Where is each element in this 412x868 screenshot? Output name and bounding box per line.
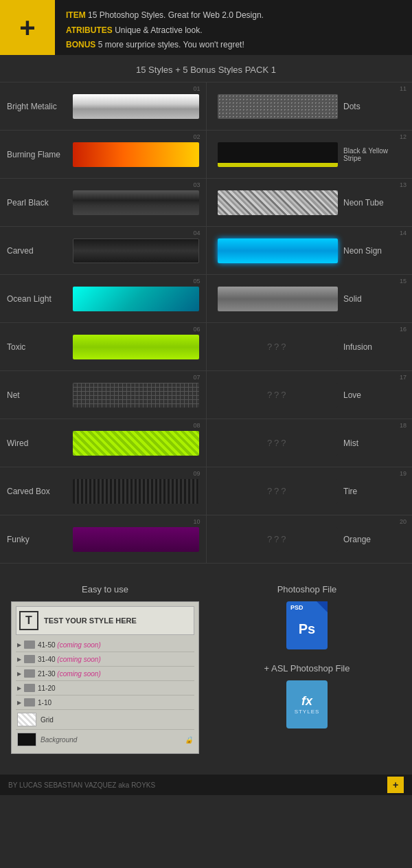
layer-label: 11-20: [38, 685, 56, 692]
cell-number: 10: [193, 518, 200, 525]
cell-number: 04: [193, 230, 200, 236]
style-preview-ocean-light: [73, 287, 199, 311]
cell-number: 09: [193, 470, 200, 477]
folder-icon: [24, 641, 35, 649]
grid-preview: [17, 713, 36, 726]
style-label: Toxic: [7, 342, 69, 352]
style-label: Pearl Black: [7, 198, 69, 208]
style-preview-love: ???: [218, 383, 339, 408]
table-row: 02 Burning Flame 12 Black & Yellow Strip…: [0, 131, 412, 179]
style-cell-infusion: 16 ??? Infusion: [207, 323, 413, 370]
list-item: ▶ 21-30 (coming soon): [16, 667, 194, 681]
style-cell-orange: 20 ??? Orange: [207, 515, 413, 563]
style-preview-carved: [73, 238, 199, 263]
arrow-icon: ▶: [17, 671, 21, 677]
style-cell-tire: 19 ??? Tire: [207, 467, 413, 515]
psd-icon-body: PSD Ps: [286, 601, 328, 649]
bg-label: Background: [41, 736, 77, 744]
folder-icon: [24, 669, 35, 678]
style-preview-black-yellow-stripe: [218, 142, 339, 167]
style-label: Net: [7, 390, 69, 400]
table-row: 06 Toxic 16 ??? Infusion: [0, 323, 412, 371]
cell-number: 06: [193, 326, 200, 333]
lock-icon: 🔒: [185, 736, 193, 744]
style-preview-toxic: [73, 335, 199, 359]
style-preview-pearl-black: [73, 190, 199, 215]
table-row: 09 Carved Box 19 ??? Tire: [0, 467, 412, 515]
style-preview-carved-box: [73, 479, 199, 504]
bottom-section: Easy to use T TEST YOUR STYLE HERE ▶ 41-…: [0, 570, 412, 768]
cell-number: 19: [400, 470, 407, 477]
style-label: Neon Tube: [343, 198, 405, 208]
style-label: Dots: [343, 102, 405, 111]
style-preview-neon-sign: [218, 238, 339, 263]
layers-panel: T TEST YOUR STYLE HERE ▶ 41-50 (coming s…: [11, 601, 199, 754]
item-label: ITEM: [66, 10, 86, 20]
cell-number: 07: [193, 374, 200, 381]
cell-number: 02: [193, 133, 200, 140]
style-label: Burning Flame: [7, 150, 69, 159]
style-label: Ocean Light: [7, 294, 69, 304]
cell-number: 15: [400, 278, 407, 285]
psd-icon: PSD Ps: [286, 601, 328, 649]
style-label: Wired: [7, 438, 69, 448]
style-preview-infusion: ???: [218, 335, 339, 359]
cell-number: 18: [400, 422, 407, 429]
bg-preview: [17, 733, 36, 746]
style-label: Carved: [7, 246, 69, 256]
cell-number: 08: [193, 422, 200, 429]
photoshop-file-title: Photoshop File: [277, 584, 337, 594]
arrow-icon: ▶: [17, 656, 21, 663]
table-row: 03 Pearl Black 13 Neon Tube: [0, 179, 412, 227]
cell-number: 20: [400, 518, 407, 525]
coming-soon-badge: (coming soon): [57, 670, 100, 678]
header: + ITEM 15 Photoshop Styles. Great for We…: [0, 0, 412, 55]
asl-icon-body: fx STYLES: [286, 680, 328, 728]
layer-label: 1-10: [38, 699, 52, 706]
style-cell-pearl-black: 03 Pearl Black: [0, 179, 207, 226]
easy-to-use: Easy to use T TEST YOUR STYLE HERE ▶ 41-…: [11, 584, 199, 754]
style-label: Mist: [343, 438, 405, 448]
list-item: Background 🔒: [16, 730, 194, 749]
layer-label: 21-30: [38, 670, 56, 678]
style-preview-wired: [73, 431, 199, 456]
folder-icon: [24, 698, 35, 706]
table-row: 10 Funky 20 ??? Orange: [0, 515, 412, 564]
style-cell-dots: 11 Dots: [207, 82, 413, 130]
style-label: Neon Sign: [343, 246, 405, 256]
style-preview-net: [73, 383, 199, 408]
style-cell-neon-tube: 13 Neon Tube: [207, 179, 413, 226]
style-label: Love: [343, 390, 405, 400]
list-item: ▶ 11-20: [16, 681, 194, 695]
style-preview-bright-metalic: [73, 94, 199, 119]
layer-label: 41-50: [38, 641, 56, 649]
bonus-label: BONUS: [66, 40, 95, 49]
arrow-icon: ▶: [17, 642, 21, 648]
style-label: Tire: [343, 487, 405, 496]
footer-credit: BY LUCAS SEBASTIAN VAZQUEZ aka ROYKS: [8, 781, 155, 789]
folder-icon: [24, 655, 35, 663]
style-cell-funky: 10 Funky: [0, 515, 207, 563]
style-label: Black & Yellow Stripe: [343, 147, 405, 162]
style-label: Infusion: [343, 342, 405, 352]
table-row: 05 Ocean Light 15 Solid: [0, 275, 412, 323]
style-cell-carved-box: 09 Carved Box: [0, 467, 207, 515]
ps-label: Ps: [299, 621, 315, 637]
style-label: Carved Box: [7, 487, 69, 496]
cell-number: 16: [400, 326, 407, 333]
style-preview-orange: ???: [218, 527, 339, 552]
style-preview-solid: [218, 287, 339, 311]
attr-text: Unique & Atractive look.: [115, 25, 202, 35]
cell-number: 03: [193, 181, 200, 188]
asl-file-title: + ASL Photoshop File: [264, 663, 350, 674]
style-label: Bright Metalic: [7, 102, 69, 111]
style-cell-bright-metalic: 01 Bright Metalic: [0, 82, 207, 130]
table-row: 08 Wired 18 ??? Mist: [0, 419, 412, 467]
style-cell-burning-flame: 02 Burning Flame: [0, 131, 207, 178]
table-row: 01 Bright Metalic 11 Dots: [0, 82, 412, 131]
arrow-icon: ▶: [17, 685, 21, 691]
style-label: Funky: [7, 535, 69, 544]
style-cell-net: 07 Net: [0, 371, 207, 419]
style-cell-neon-sign: 14 Neon Sign: [207, 227, 413, 274]
style-cell-wired: 08 Wired: [0, 419, 207, 467]
